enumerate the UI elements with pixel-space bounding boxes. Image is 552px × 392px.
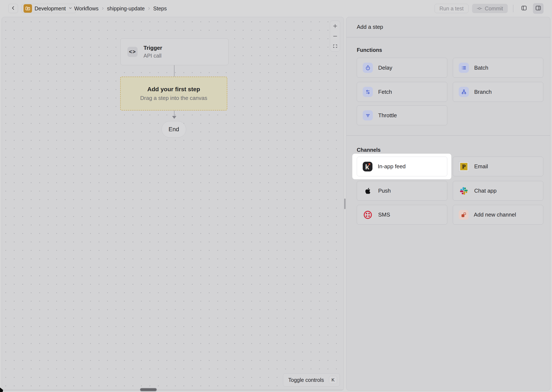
edge-arrowhead	[172, 116, 176, 119]
fit-view-button[interactable]	[330, 41, 340, 51]
environment-switcher[interactable]: Development	[22, 4, 76, 13]
postmark-stamp-icon: P	[459, 161, 469, 172]
breadcrumb-steps: Steps	[153, 6, 167, 12]
keyboard-shortcut-badge: K	[329, 376, 337, 384]
end-node[interactable]: End	[161, 121, 186, 138]
dropzone-title: Add your first step	[147, 86, 200, 93]
canvas-zoom-controls	[330, 21, 340, 51]
branch-icon	[459, 87, 469, 97]
step-card-sms[interactable]: SMS	[357, 205, 447, 224]
apple-icon	[363, 187, 373, 195]
toggle-controls-button[interactable]: Toggle controls K	[283, 373, 340, 386]
panel-title: Add a step	[357, 24, 383, 30]
right-panel-toggle-button[interactable]	[533, 3, 544, 14]
run-a-test-button[interactable]: Run a test	[435, 4, 468, 13]
left-panel-toggle-button[interactable]	[519, 3, 529, 14]
workflow-canvas[interactable]	[2, 17, 344, 391]
edge-trigger-to-placeholder	[174, 65, 174, 77]
step-card-throttle[interactable]: Throttle	[357, 105, 447, 125]
trigger-title: Trigger	[144, 44, 162, 52]
mouse-cursor	[0, 387, 3, 392]
commit-icon	[477, 6, 482, 12]
add-channel-icon	[459, 210, 468, 220]
trigger-subtitle: API call	[144, 52, 162, 59]
channels-section-label: Channels	[357, 147, 381, 153]
topbar-actions: Run a test Commit	[435, 4, 544, 13]
panel-section-divider	[346, 135, 550, 136]
add-first-step-dropzone[interactable]: Add your first step Drag a step into the…	[120, 77, 227, 111]
fetch-icon	[363, 87, 373, 97]
panel-header-divider	[346, 37, 550, 37]
zoom-in-button[interactable]	[330, 21, 340, 31]
top-bar: Development Workflows shipping-update St…	[0, 0, 552, 17]
chevron-right-icon	[101, 6, 105, 11]
code-icon: <>	[127, 47, 138, 57]
slack-icon	[459, 187, 469, 195]
back-button[interactable]	[8, 4, 18, 13]
step-card-email[interactable]: P Email	[453, 157, 543, 176]
functions-section-label: Functions	[357, 47, 382, 53]
horizontal-scrollbar-track[interactable]	[2, 390, 343, 390]
left-panel-icon	[521, 5, 527, 12]
dropzone-subtitle: Drag a step into the canvas	[140, 95, 207, 101]
step-card-batch[interactable]: Batch	[453, 58, 543, 78]
twilio-icon	[363, 210, 373, 219]
delay-icon	[363, 63, 373, 73]
step-card-chat-app[interactable]: Chat app	[453, 181, 543, 201]
breadcrumb-workflow-name[interactable]: shipping-update	[107, 6, 145, 12]
zoom-out-button[interactable]	[330, 31, 340, 41]
chevron-right-icon	[147, 6, 151, 11]
plus-icon	[333, 23, 338, 28]
step-card-delay[interactable]: Delay	[357, 58, 447, 78]
step-card-in-app-feed[interactable]: k In-app feed	[357, 157, 447, 176]
step-card-add-new-channel[interactable]: Add new channel	[453, 205, 543, 224]
fullscreen-icon	[333, 44, 338, 49]
workflow-builder-app: Development Workflows shipping-update St…	[0, 0, 552, 392]
breadcrumb-workflows[interactable]: Workflows	[74, 6, 99, 12]
right-panel-icon	[535, 5, 541, 12]
chevron-down-icon	[68, 6, 73, 11]
breadcrumb: Workflows shipping-update Steps	[74, 4, 167, 13]
edge-placeholder-to-end	[174, 111, 174, 116]
chevron-left-icon	[10, 5, 16, 12]
minus-icon	[333, 34, 338, 39]
topbar-divider	[513, 5, 513, 12]
knock-dot	[368, 163, 370, 165]
throttle-icon	[363, 110, 373, 120]
step-card-fetch[interactable]: Fetch	[357, 82, 447, 102]
step-card-branch[interactable]: Branch	[453, 82, 543, 102]
environment-label: Development	[35, 6, 66, 12]
trigger-node[interactable]: <> Trigger API call	[120, 38, 229, 65]
vertical-scrollbar-thumb[interactable]	[344, 199, 346, 209]
environment-folder-icon	[23, 4, 32, 13]
horizontal-scrollbar-thumb[interactable]	[140, 388, 157, 391]
batch-icon	[459, 63, 469, 73]
knock-feed-icon: k	[363, 162, 372, 171]
step-card-push[interactable]: Push	[357, 181, 447, 201]
commit-button[interactable]: Commit	[472, 4, 508, 13]
